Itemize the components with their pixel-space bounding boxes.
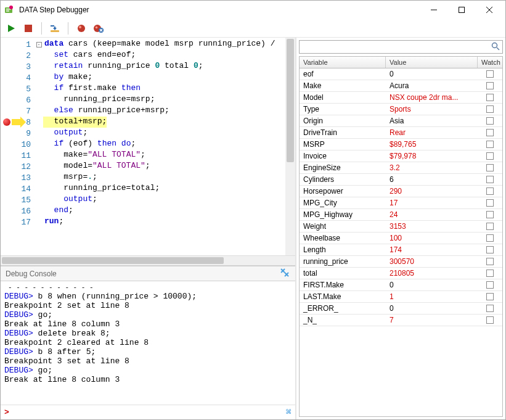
variable-row[interactable]: Weight3153 xyxy=(300,221,502,233)
search-icon[interactable] xyxy=(491,42,500,52)
watch-checkbox[interactable] xyxy=(486,281,494,289)
run-icon[interactable] xyxy=(6,23,17,34)
fold-cell[interactable] xyxy=(35,172,43,183)
code-line[interactable]: make="ALL TOTAL"; xyxy=(43,150,285,161)
watch-checkbox[interactable] xyxy=(486,223,494,230)
watch-checkbox[interactable] xyxy=(486,305,494,312)
fold-cell[interactable] xyxy=(35,105,43,117)
variable-row[interactable]: MPG_City17 xyxy=(300,197,502,209)
breakpoint-marker[interactable] xyxy=(3,118,10,126)
fold-cell[interactable] xyxy=(35,72,43,83)
code-line[interactable]: output; xyxy=(43,128,285,139)
fold-cell[interactable] xyxy=(35,161,43,172)
watch-checkbox[interactable] xyxy=(486,187,494,195)
code-line[interactable]: data cars (keep=make model msrp running_… xyxy=(43,39,285,50)
code-area[interactable]: data cars (keep=make model msrp running_… xyxy=(43,38,285,255)
col-variable[interactable]: Variable xyxy=(300,57,386,68)
maximize-button[interactable] xyxy=(447,1,475,19)
fold-cell[interactable] xyxy=(35,216,43,228)
line-number[interactable]: 15 xyxy=(1,194,35,205)
watch-checkbox[interactable] xyxy=(486,199,494,207)
console-output[interactable]: - - - - - - - - - - - DEBUG> b 8 when (r… xyxy=(1,281,295,405)
variable-row[interactable]: running_price300570 xyxy=(300,256,502,268)
col-watch[interactable]: Watch xyxy=(478,57,502,68)
line-number[interactable]: 10 xyxy=(1,139,35,150)
code-line[interactable]: msrp=.; xyxy=(43,172,285,183)
watch-checkbox[interactable] xyxy=(486,70,494,78)
editor-horizontal-scrollbar[interactable] xyxy=(1,255,295,265)
variable-row[interactable]: EngineSize3.2 xyxy=(300,162,502,174)
variable-row[interactable]: Length174 xyxy=(300,244,502,256)
code-line[interactable]: run; xyxy=(43,216,285,228)
code-line[interactable]: by make; xyxy=(43,72,285,83)
line-gutter[interactable]: 1234567891011121314151617 xyxy=(1,38,35,255)
code-line[interactable]: end; xyxy=(43,205,285,216)
fold-cell[interactable] xyxy=(35,94,43,105)
watch-checkbox[interactable] xyxy=(486,152,494,160)
variable-row[interactable]: MakeAcura xyxy=(300,80,502,92)
editor-vertical-scrollbar[interactable] xyxy=(285,38,295,255)
variable-row[interactable]: Horsepower290 xyxy=(300,186,502,197)
fold-cell[interactable] xyxy=(35,128,43,139)
minimize-button[interactable] xyxy=(420,1,447,19)
line-number[interactable]: 1 xyxy=(1,39,35,50)
code-line[interactable]: if first.make then xyxy=(43,83,285,94)
line-number[interactable]: 4 xyxy=(1,72,35,83)
variable-row[interactable]: _ERROR_0 xyxy=(300,303,502,315)
fold-cell[interactable] xyxy=(35,61,43,72)
line-number[interactable]: 7 xyxy=(1,105,35,117)
scrollbar-thumb[interactable] xyxy=(287,39,294,162)
fold-cell[interactable] xyxy=(35,50,43,61)
variable-row[interactable]: TypeSports xyxy=(300,104,502,115)
variable-row[interactable]: total210805 xyxy=(300,268,502,279)
search-box[interactable] xyxy=(299,40,503,54)
variable-row[interactable]: eof0 xyxy=(300,68,502,80)
code-editor[interactable]: 1234567891011121314151617 - data cars (k… xyxy=(1,38,295,255)
line-number[interactable]: 2 xyxy=(1,50,35,61)
col-value[interactable]: Value xyxy=(386,57,478,68)
console-input[interactable] xyxy=(12,408,286,417)
variable-row[interactable]: MPG_Highway24 xyxy=(300,209,502,221)
fold-cell[interactable] xyxy=(35,150,43,161)
close-button[interactable] xyxy=(475,1,503,19)
line-number[interactable]: 11 xyxy=(1,150,35,161)
watch-checkbox[interactable] xyxy=(486,129,494,136)
code-line[interactable]: retain running_price 0 total 0; xyxy=(43,61,285,72)
variable-row[interactable]: LAST.Make1 xyxy=(300,291,502,303)
code-line[interactable]: if (eof) then do; xyxy=(43,139,285,150)
line-number[interactable]: 17 xyxy=(1,216,35,228)
code-line[interactable]: output; xyxy=(43,194,285,205)
search-input[interactable] xyxy=(303,43,491,51)
watch-checkbox[interactable] xyxy=(486,211,494,218)
variable-row[interactable]: DriveTrainRear xyxy=(300,127,502,139)
line-number[interactable]: 9 xyxy=(1,128,35,139)
watch-checkbox[interactable] xyxy=(486,117,494,125)
variable-row[interactable]: Invoice$79,978 xyxy=(300,150,502,162)
fold-cell[interactable] xyxy=(35,205,43,216)
watch-checkbox[interactable] xyxy=(486,82,494,89)
fold-cell[interactable] xyxy=(35,83,43,94)
watch-checkbox[interactable] xyxy=(486,270,494,277)
breakpoint-icon[interactable] xyxy=(76,23,87,34)
clear-breakpoints-icon[interactable] xyxy=(93,23,104,34)
variable-row[interactable]: Model NSX coupe 2dr ma... xyxy=(300,92,502,104)
variable-row[interactable]: Wheelbase100 xyxy=(300,233,502,244)
variable-row[interactable]: MSRP$89,765 xyxy=(300,139,502,150)
stop-icon[interactable] xyxy=(23,23,34,34)
watch-checkbox[interactable] xyxy=(486,141,494,148)
watch-checkbox[interactable] xyxy=(486,164,494,171)
watch-checkbox[interactable] xyxy=(486,316,494,324)
watch-checkbox[interactable] xyxy=(486,94,494,101)
watch-checkbox[interactable] xyxy=(486,234,494,242)
line-number[interactable]: 6 xyxy=(1,94,35,105)
line-number[interactable]: 14 xyxy=(1,183,35,194)
watch-checkbox[interactable] xyxy=(486,176,494,183)
line-number[interactable]: 3 xyxy=(1,61,35,72)
line-number[interactable]: 12 xyxy=(1,161,35,172)
fold-cell[interactable] xyxy=(35,194,43,205)
step-icon[interactable] xyxy=(49,23,60,34)
code-line[interactable]: set cars end=eof; xyxy=(43,50,285,61)
fold-cell[interactable] xyxy=(35,139,43,150)
scrollbar-thumb[interactable] xyxy=(2,257,224,264)
watch-checkbox[interactable] xyxy=(486,293,494,300)
